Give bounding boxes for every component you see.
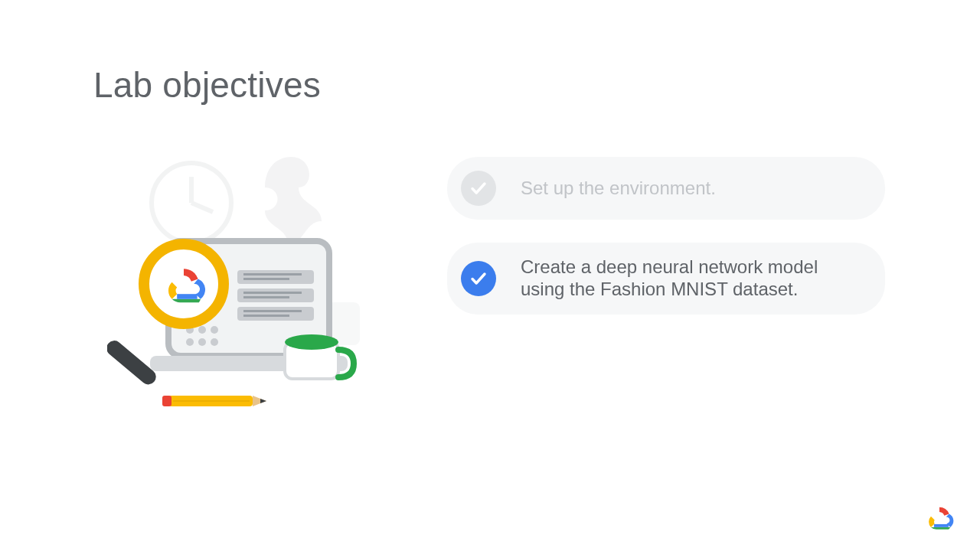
page-title: Lab objectives xyxy=(93,64,321,106)
check-icon xyxy=(461,261,496,296)
svg-rect-29 xyxy=(162,396,172,406)
svg-point-22 xyxy=(198,338,206,346)
svg-point-27 xyxy=(144,244,224,324)
svg-rect-9 xyxy=(237,270,314,284)
check-icon xyxy=(461,171,496,206)
svg-line-2 xyxy=(191,203,213,212)
slide: Lab objectives xyxy=(0,0,980,551)
svg-rect-14 xyxy=(243,296,289,298)
svg-rect-15 xyxy=(237,307,314,321)
svg-point-25 xyxy=(285,334,338,350)
svg-rect-17 xyxy=(243,315,289,317)
svg-point-20 xyxy=(211,326,218,334)
svg-rect-13 xyxy=(243,292,302,294)
svg-rect-11 xyxy=(243,278,289,280)
svg-point-19 xyxy=(198,326,206,334)
google-cloud-logo xyxy=(925,504,954,533)
svg-rect-10 xyxy=(243,273,302,276)
objective-label: Set up the environment. xyxy=(521,178,859,200)
objective-label: Create a deep neural network model using… xyxy=(521,256,859,301)
objective-item-2: Create a deep neural network model using… xyxy=(447,243,885,315)
svg-marker-31 xyxy=(260,399,266,403)
svg-point-21 xyxy=(186,338,194,346)
svg-rect-12 xyxy=(237,289,314,302)
objectives-list: Set up the environment. Create a deep ne… xyxy=(447,157,885,315)
objective-item-1: Set up the environment. xyxy=(447,157,885,220)
svg-point-23 xyxy=(211,338,218,346)
svg-rect-16 xyxy=(243,310,302,312)
lab-illustration xyxy=(107,149,383,425)
svg-rect-33 xyxy=(934,524,949,527)
